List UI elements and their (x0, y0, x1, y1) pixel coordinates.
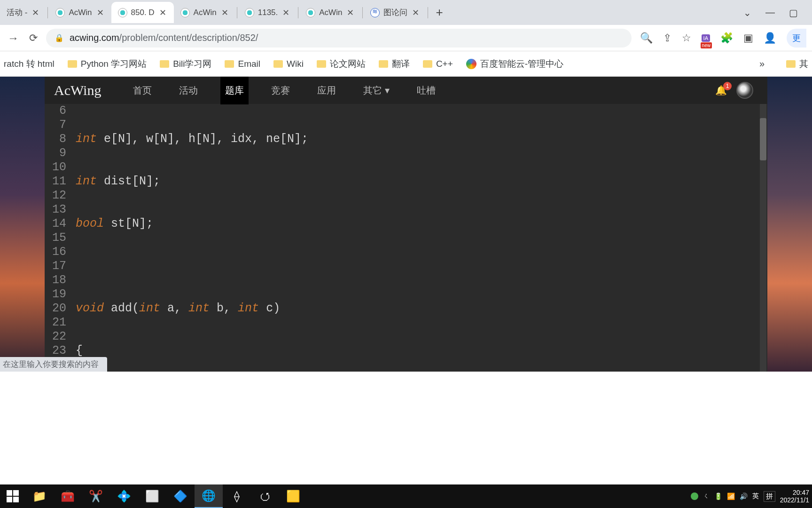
folder-icon (786, 60, 796, 68)
tab-dropdown-icon[interactable]: ⌄ (743, 7, 751, 18)
tab-label: AcWin (194, 8, 217, 17)
tab-6[interactable]: 图论问✕ (364, 2, 427, 23)
close-icon[interactable]: ✕ (220, 7, 229, 19)
bell-icon[interactable]: 🔔1 (715, 85, 727, 96)
acwing-logo[interactable]: AcWing (45, 82, 110, 98)
taskbar-app2-icon[interactable]: ⬜ (138, 484, 166, 508)
forward-icon[interactable]: → (6, 30, 21, 47)
notification-badge: 1 (723, 82, 732, 90)
bookmark-overflow[interactable]: » (759, 58, 765, 69)
taskbar-app-icon[interactable]: 🧰 (54, 484, 82, 508)
status-dot-icon[interactable] (691, 492, 698, 500)
code-editor[interactable]: 678 91011 121314 151617 181920 212223 24… (45, 104, 767, 372)
page-content: AcWing 首页 活动 题库 竞赛 应用 其它 ▾ 吐槽 🔔1 678 910… (0, 77, 812, 372)
tab-separator (237, 7, 237, 18)
close-icon[interactable]: ✕ (411, 7, 420, 19)
address-actions: 🔍 ⇪ ☆ IA 🧩 ▣ 👤 更 (640, 29, 806, 48)
nav-problems[interactable]: 题库 (220, 77, 249, 104)
folder-icon (273, 60, 283, 68)
bookmark-scratch[interactable]: ratch 转 html (4, 58, 55, 70)
reload-icon[interactable]: ⟳ (29, 32, 38, 44)
bookmark-papers[interactable]: 论文网站 (317, 58, 366, 70)
clock[interactable]: 20:472022/11/1 (780, 489, 809, 504)
taskbar-app3-icon[interactable]: 🟨 (279, 484, 307, 508)
close-icon[interactable]: ✕ (31, 7, 40, 19)
acwing-icon (245, 8, 254, 17)
extensions-icon[interactable]: 🧩 (720, 32, 733, 44)
avatar[interactable] (736, 82, 753, 99)
ime-mode[interactable]: 拼 (764, 491, 775, 502)
nav-apps[interactable]: 应用 (312, 77, 341, 104)
bookmark-bili[interactable]: Bili学习网 (160, 58, 211, 70)
start-button[interactable] (7, 490, 19, 502)
bookmarks-bar: ratch 转 html Python 学习网站 Bili学习网 Email W… (0, 51, 812, 77)
taskbar-dev-icon[interactable]: ⟠ (223, 484, 251, 508)
folder-icon (317, 60, 326, 68)
bookmark-baidu-cloud[interactable]: 百度智能云-管理中心 (466, 58, 563, 70)
tab-0[interactable]: 活动 - ✕ (0, 2, 47, 23)
tab-label: AcWin (69, 8, 92, 17)
ime-lang[interactable]: 英 (752, 492, 759, 500)
minimize-icon[interactable]: — (765, 7, 775, 18)
code-body[interactable]: int e[N], w[N], h[N], idx, ne[N]; int di… (73, 104, 767, 372)
url-path: /problem/content/description/852/ (119, 32, 258, 43)
nav-contest[interactable]: 竞赛 (266, 77, 295, 104)
content-column: AcWing 首页 活动 题库 竞赛 应用 其它 ▾ 吐槽 🔔1 678 910… (45, 77, 767, 372)
nav-home[interactable]: 首页 (128, 77, 156, 104)
close-icon[interactable]: ✕ (158, 7, 167, 19)
wallpaper-right (767, 77, 812, 372)
bookmark-star-icon[interactable]: ☆ (682, 32, 691, 44)
tab-4[interactable]: 1135.✕ (238, 2, 297, 23)
bookmark-wiki[interactable]: Wiki (273, 59, 304, 69)
folder-icon (379, 60, 388, 68)
url-domain: acwing.com (70, 32, 119, 43)
new-tab-button[interactable]: + (429, 5, 449, 20)
scrollbar-thumb[interactable] (760, 118, 766, 160)
taskbar-obsidian-icon[interactable]: 🔷 (166, 484, 195, 508)
bookmark-translate[interactable]: 翻译 (379, 58, 410, 70)
taskbar-chrome-icon[interactable]: 🌐 (195, 484, 223, 508)
url-input[interactable]: 🔒 acwing.com/problem/content/description… (46, 29, 632, 48)
folder-icon (225, 60, 234, 68)
zoom-icon[interactable]: 🔍 (640, 32, 653, 44)
browser-tab-strip: 活动 - ✕ AcWin✕ 850. D✕ AcWin✕ 1135.✕ AcWi… (0, 0, 812, 25)
close-icon[interactable]: ✕ (346, 7, 355, 19)
profile-icon[interactable]: 👤 (764, 32, 776, 44)
side-year-label: 202022 (799, 448, 812, 461)
tab-5[interactable]: AcWin✕ (299, 2, 361, 23)
bookmark-cpp[interactable]: C++ (423, 59, 453, 69)
tab-label: 活动 - (7, 7, 27, 18)
taskbar-vscode-icon[interactable]: 💠 (110, 484, 138, 508)
battery-icon[interactable]: 🔋 (714, 492, 722, 500)
tray-overflow-icon[interactable]: ㄑ (703, 492, 710, 500)
taskbar-snip-icon[interactable]: ✂️ (82, 484, 110, 508)
nav-activity[interactable]: 活动 (174, 77, 203, 104)
line-gutter: 678 91011 121314 151617 181920 212223 24… (45, 104, 73, 372)
share-icon[interactable]: ⇪ (663, 32, 671, 44)
maximize-icon[interactable]: ▢ (789, 7, 798, 18)
wifi-icon[interactable]: 📶 (727, 492, 735, 500)
volume-icon[interactable]: 🔊 (740, 492, 748, 500)
acwing-icon (118, 8, 127, 17)
close-icon[interactable]: ✕ (96, 7, 105, 19)
tab-3[interactable]: AcWin✕ (174, 2, 236, 23)
tab-separator (428, 7, 428, 18)
taskbar-terminal-icon[interactable]: ⭯ (251, 484, 279, 508)
lock-icon: 🔒 (55, 33, 64, 42)
tab-separator (362, 7, 363, 18)
address-bar: → ⟳ 🔒 acwing.com/problem/content/descrip… (0, 25, 812, 51)
tab-2-active[interactable]: 850. D✕ (111, 2, 174, 23)
bookmark-python[interactable]: Python 学习网站 (68, 58, 147, 70)
extension-badge[interactable]: IA (702, 34, 710, 42)
bookmark-other[interactable]: 其 (786, 58, 808, 70)
taskbar-explorer-icon[interactable]: 📁 (25, 484, 54, 508)
cloud-icon (466, 59, 476, 69)
sidepanel-icon[interactable]: ▣ (743, 32, 753, 44)
update-button[interactable]: 更 (787, 29, 806, 48)
nav-feedback[interactable]: 吐槽 (412, 77, 440, 104)
search-hint[interactable]: 在这里输入你要搜索的内容 (0, 357, 107, 372)
close-icon[interactable]: ✕ (281, 7, 290, 19)
nav-other[interactable]: 其它 ▾ (359, 77, 394, 104)
bookmark-email[interactable]: Email (225, 59, 260, 69)
tab-1[interactable]: AcWin✕ (49, 2, 111, 23)
